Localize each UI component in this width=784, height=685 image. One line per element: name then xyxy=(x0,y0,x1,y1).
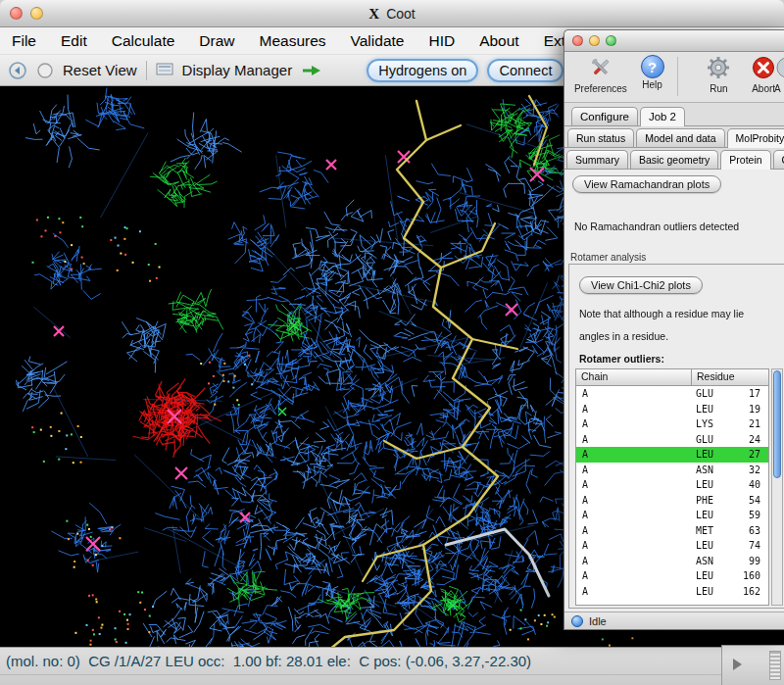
residue-name: GLU xyxy=(696,434,725,445)
abort-label: Abort xyxy=(752,83,775,94)
run-button[interactable]: Run xyxy=(700,55,737,94)
tab-clipped[interactable]: C xyxy=(773,150,784,169)
residue-number: 99 xyxy=(725,556,760,566)
table-header: Chain Residue xyxy=(576,369,768,386)
preferences-icon xyxy=(588,55,613,82)
tab-molprobity[interactable]: MolProbity xyxy=(727,128,784,147)
tab-basic-geometry[interactable]: Basic geometry xyxy=(630,150,718,169)
tab-run-status[interactable]: Run status xyxy=(567,128,634,147)
table-row[interactable]: A LEU 160 xyxy=(576,568,768,584)
menu-extensions[interactable]: Ext xyxy=(544,32,565,50)
menu-file[interactable]: File xyxy=(12,32,36,50)
column-header-chain[interactable]: Chain xyxy=(576,369,692,385)
cell-residue: GLU 17 xyxy=(692,388,768,399)
cell-chain: A xyxy=(576,556,692,566)
cell-residue: PHE 54 xyxy=(692,495,768,506)
rotamer-note-line1: Note that although a residue may lie xyxy=(579,308,744,319)
menu-hid[interactable]: HID xyxy=(428,32,455,50)
tab-model-and-data[interactable]: Model and data xyxy=(636,128,724,147)
rotamer-analysis-panel: View Chi1-Chi2 plots Note that although … xyxy=(568,264,784,609)
residue-number: 32 xyxy=(725,465,760,475)
table-row[interactable]: A LEU 27 xyxy=(576,447,768,463)
table-row[interactable]: A LEU 40 xyxy=(576,477,768,493)
menu-draw[interactable]: Draw xyxy=(199,32,234,50)
atom-status-bar: (mol. no: 0) CG /1/A/27 LEU occ: 1.00 bf… xyxy=(0,647,784,685)
menu-edit[interactable]: Edit xyxy=(61,32,87,50)
corner-scroll-widget[interactable] xyxy=(721,645,784,685)
residue-name: MET xyxy=(696,525,725,536)
residue-name: LEU xyxy=(696,510,725,520)
close-button[interactable] xyxy=(572,35,583,46)
scroll-right-icon[interactable] xyxy=(733,659,742,670)
cell-chain: A xyxy=(576,449,692,460)
table-scrollbar-thumb[interactable] xyxy=(773,370,781,478)
residue-number: 17 xyxy=(725,388,760,399)
cell-chain: A xyxy=(576,586,692,597)
validation-status-bar: Idle xyxy=(564,612,784,629)
table-row[interactable]: A ASN 32 xyxy=(576,463,768,478)
tab-summary[interactable]: Summary xyxy=(566,150,628,169)
residue-name: LEU xyxy=(696,404,725,415)
menu-calculate[interactable]: Calculate xyxy=(112,32,175,50)
table-row[interactable]: A LYS 21 xyxy=(576,416,768,432)
table-row[interactable]: A GLU 24 xyxy=(576,432,768,448)
table-row[interactable]: A LEU 74 xyxy=(576,538,768,554)
menu-validate[interactable]: Validate xyxy=(351,32,405,50)
resize-grip-icon[interactable] xyxy=(769,651,781,680)
menu-measures[interactable]: Measures xyxy=(260,32,326,50)
coot-application: Coot File Edit Calculate Draw Measures V… xyxy=(0,0,784,685)
table-row[interactable]: A LEU 19 xyxy=(576,402,768,417)
table-row[interactable]: A LEU 59 xyxy=(576,508,768,523)
back-view-icon[interactable] xyxy=(8,61,27,80)
display-manager-button[interactable]: Display Manager xyxy=(182,62,293,78)
cell-chain: A xyxy=(576,540,692,551)
view-chi1-chi2-plots-button[interactable]: View Chi1-Chi2 plots xyxy=(579,276,703,294)
help-button[interactable]: Help xyxy=(635,55,670,90)
hydrogens-toggle-button[interactable]: Hydrogens on xyxy=(367,59,478,82)
zoom-button[interactable] xyxy=(606,35,616,46)
table-row[interactable]: A LEU 162 xyxy=(576,584,768,600)
tab-protein[interactable]: Protein xyxy=(720,150,770,169)
residue-number: 40 xyxy=(725,479,760,490)
help-label: Help xyxy=(642,79,662,90)
minimize-button[interactable] xyxy=(589,35,600,46)
rotamer-table-body: A GLU 17 A LEU 19 A LYS 21 A GLU 24 A LE… xyxy=(576,386,768,599)
cell-chain: A xyxy=(576,479,692,490)
cell-residue: LEU 74 xyxy=(692,540,768,551)
green-arrow-icon[interactable] xyxy=(301,64,322,77)
view-ramachandran-plots-button[interactable]: View Ramachandran plots xyxy=(572,175,721,193)
reset-view-button[interactable]: Reset View xyxy=(63,62,137,78)
main-tabs: Configure Job 2 xyxy=(564,103,784,126)
menu-about[interactable]: About xyxy=(479,32,519,50)
abort-icon xyxy=(751,55,776,82)
window-title: Coot xyxy=(386,6,416,22)
tab-job2[interactable]: Job 2 xyxy=(640,107,685,125)
cell-residue: ASN 32 xyxy=(692,465,768,475)
clipped-label: A xyxy=(774,83,781,94)
validation-titlebar xyxy=(564,30,784,52)
connect-button[interactable]: Connect xyxy=(487,59,564,82)
cell-chain: A xyxy=(576,434,692,445)
residue-number: 162 xyxy=(725,586,760,597)
residue-name: PHE xyxy=(696,495,725,506)
cell-residue: LEU 27 xyxy=(692,449,768,460)
table-row[interactable]: A GLU 17 xyxy=(576,386,768,402)
table-row[interactable]: A ASN 99 xyxy=(576,554,768,569)
table-row[interactable]: A MET 63 xyxy=(576,523,768,539)
residue-name: LEU xyxy=(696,540,725,551)
rotamer-outliers-label: Rotamer outliers: xyxy=(579,353,664,365)
rotamer-note-line2: angles in a residue. xyxy=(579,330,668,342)
cell-residue: LEU 19 xyxy=(692,404,768,415)
cell-chain: A xyxy=(576,418,692,429)
column-header-residue[interactable]: Residue xyxy=(692,369,768,385)
reset-view-icon[interactable] xyxy=(36,62,54,79)
residue-name: ASN xyxy=(696,556,725,566)
display-manager-icon[interactable] xyxy=(156,63,173,77)
preferences-button[interactable]: Preferences xyxy=(572,55,629,94)
table-row[interactable]: A PHE 54 xyxy=(576,493,768,509)
result-tabs: Run status Model and data MolProbity xyxy=(564,126,784,148)
cell-chain: A xyxy=(576,388,692,399)
clipped-toolbar-button[interactable]: A xyxy=(774,55,784,94)
table-scrollbar-track[interactable] xyxy=(771,368,783,606)
tab-configure[interactable]: Configure xyxy=(571,107,638,125)
